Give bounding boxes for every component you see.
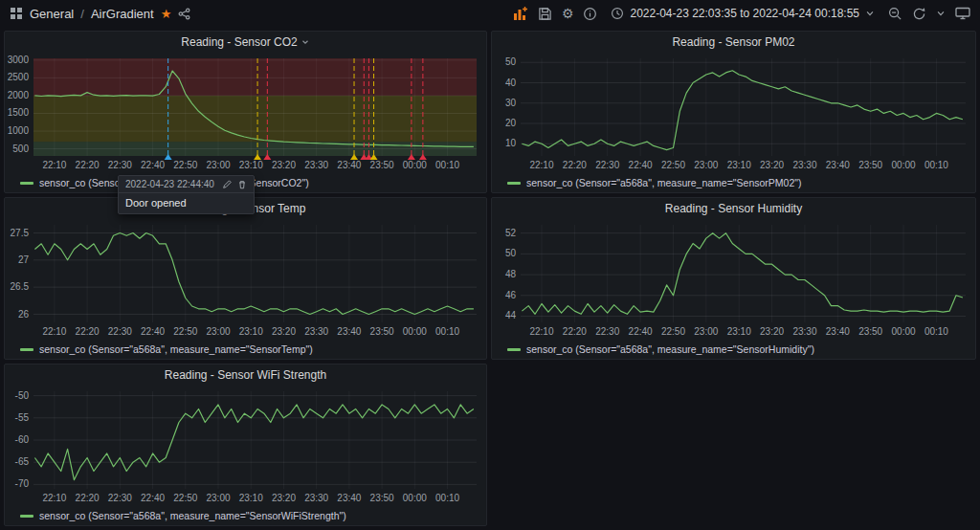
svg-text:22:20: 22:20 — [563, 160, 587, 170]
panel-temp: Reading - Sensor Temp 2626.52727.522:102… — [4, 197, 487, 360]
svg-text:23:40: 23:40 — [337, 160, 361, 170]
legend-pm02[interactable]: sensor_co (Sensor="a568a", measure_name=… — [492, 173, 975, 192]
svg-text:22:50: 22:50 — [661, 160, 685, 170]
annotation-delete-trash-icon[interactable] — [237, 180, 247, 189]
svg-text:00:00: 00:00 — [403, 493, 427, 503]
panel-title-humidity[interactable]: Reading - Sensor Humidity — [492, 198, 975, 219]
refresh-interval-chevron-icon[interactable] — [936, 9, 946, 18]
svg-text:-60: -60 — [15, 434, 30, 445]
refresh-icon[interactable] — [912, 7, 926, 21]
wifi-chart[interactable]: -70-65-60-55-5022:1022:2022:3022:4022:50… — [5, 386, 486, 506]
legend-humidity[interactable]: sensor_co (Sensor="a568a", measure_name=… — [492, 340, 975, 359]
svg-text:22:30: 22:30 — [595, 160, 619, 170]
svg-text:23:30: 23:30 — [792, 326, 816, 337]
svg-text:22:20: 22:20 — [76, 160, 100, 170]
svg-text:-50: -50 — [15, 390, 30, 401]
svg-text:00:10: 00:10 — [435, 493, 459, 503]
top-nav: General / AirGradient ★ ⚙ — [0, 0, 980, 27]
svg-text:-55: -55 — [15, 412, 30, 423]
panel-title-co2[interactable]: Reading - Sensor CO2 — [5, 32, 486, 53]
svg-text:23:40: 23:40 — [337, 326, 361, 337]
svg-text:23:10: 23:10 — [239, 493, 263, 503]
svg-text:23:50: 23:50 — [858, 326, 882, 337]
svg-text:22:40: 22:40 — [141, 160, 165, 170]
svg-text:00:10: 00:10 — [924, 160, 948, 170]
breadcrumb-separator: / — [80, 7, 84, 21]
svg-text:23:20: 23:20 — [760, 326, 784, 337]
svg-text:00:00: 00:00 — [892, 160, 916, 170]
svg-text:20: 20 — [505, 118, 517, 128]
time-range-picker[interactable]: 2022-04-23 22:03:35 to 2022-04-24 00:18:… — [607, 5, 879, 22]
legend-series-swatch — [20, 182, 33, 185]
svg-text:2500: 2500 — [8, 72, 30, 82]
svg-text:23:10: 23:10 — [239, 160, 263, 170]
svg-text:22:40: 22:40 — [141, 493, 165, 503]
legend-series-swatch — [507, 182, 521, 185]
pm02-chart[interactable]: 102030405022:1022:2022:3022:4022:5023:00… — [492, 53, 975, 173]
panel-title-wifi[interactable]: Reading - Sensor WiFi Strength — [5, 364, 486, 386]
legend-label: sensor_co (Sensor="a568a", measure_name=… — [526, 343, 814, 355]
legend-label: sensor_co (Sensor="a568a", measure_name=… — [526, 177, 801, 188]
svg-text:23:40: 23:40 — [826, 326, 850, 337]
dashboard-settings-gear-icon[interactable]: ⚙ — [562, 7, 574, 20]
empty-grid-cell — [491, 364, 976, 526]
svg-text:22:10: 22:10 — [529, 160, 553, 170]
svg-text:23:50: 23:50 — [370, 326, 394, 337]
svg-text:23:20: 23:20 — [272, 326, 296, 337]
temp-chart[interactable]: 2626.52727.522:1022:2022:3022:4022:5023:… — [5, 219, 486, 340]
apps-grid-icon[interactable] — [10, 7, 23, 20]
legend-wifi[interactable]: sensor_co (Sensor="a568a", measure_name=… — [5, 506, 486, 525]
info-circle-icon[interactable] — [583, 7, 597, 21]
svg-text:23:50: 23:50 — [370, 160, 394, 170]
panel-wifi-strength: Reading - Sensor WiFi Strength -70-65-60… — [4, 364, 487, 526]
svg-text:50: 50 — [505, 248, 517, 258]
svg-text:-70: -70 — [15, 478, 30, 489]
svg-text:-65: -65 — [15, 456, 30, 467]
svg-text:44: 44 — [505, 310, 517, 320]
clock-icon — [611, 7, 624, 20]
svg-text:22:10: 22:10 — [42, 160, 66, 170]
panel-title-text: Reading - Sensor PM02 — [672, 35, 794, 49]
svg-text:23:10: 23:10 — [727, 160, 751, 170]
kiosk-monitor-icon[interactable] — [955, 7, 970, 20]
annotation-edit-pencil-icon[interactable] — [222, 180, 232, 189]
add-panel-icon[interactable] — [513, 6, 528, 21]
zoom-out-icon[interactable] — [888, 7, 902, 21]
svg-text:23:50: 23:50 — [858, 160, 882, 170]
svg-text:22:20: 22:20 — [76, 493, 100, 503]
svg-text:22:50: 22:50 — [173, 160, 197, 170]
svg-text:23:20: 23:20 — [272, 160, 296, 170]
favorite-star-icon[interactable]: ★ — [161, 8, 172, 20]
svg-text:23:30: 23:30 — [304, 493, 328, 503]
co2-chart[interactable]: 5001000150020002500300022:1022:2022:3022… — [5, 53, 486, 173]
time-range-label: 2022-04-23 22:03:35 to 2022-04-24 00:18:… — [630, 7, 859, 20]
svg-text:2000: 2000 — [8, 90, 30, 100]
panel-title-pm02[interactable]: Reading - Sensor PM02 — [492, 32, 975, 53]
save-dashboard-icon[interactable] — [538, 7, 552, 21]
svg-text:500: 500 — [12, 144, 29, 154]
breadcrumb-folder[interactable]: General — [30, 7, 74, 21]
dashboard-title[interactable]: AirGradient — [91, 7, 154, 21]
svg-text:22:50: 22:50 — [173, 326, 197, 337]
share-icon[interactable] — [178, 8, 190, 20]
svg-text:00:10: 00:10 — [435, 326, 459, 337]
svg-text:48: 48 — [505, 269, 517, 279]
svg-text:23:00: 23:00 — [206, 160, 230, 170]
svg-text:22:10: 22:10 — [529, 326, 553, 337]
legend-series-swatch — [507, 348, 521, 351]
svg-text:22:30: 22:30 — [595, 326, 619, 337]
svg-text:23:30: 23:30 — [304, 160, 328, 170]
svg-text:22:20: 22:20 — [563, 326, 587, 337]
svg-text:00:00: 00:00 — [403, 160, 427, 170]
legend-series-swatch — [20, 348, 33, 351]
svg-text:23:10: 23:10 — [239, 326, 263, 337]
panel-title-text: Reading - Sensor Humidity — [665, 202, 802, 215]
svg-text:1500: 1500 — [8, 107, 30, 118]
humidity-chart[interactable]: 444648505222:1022:2022:3022:4022:5023:00… — [492, 219, 975, 340]
annotation-text: Door opened — [119, 193, 254, 213]
panel-pm02: Reading - Sensor PM02 102030405022:1022:… — [491, 31, 976, 193]
svg-text:52: 52 — [505, 228, 517, 238]
legend-temp[interactable]: sensor_co (Sensor="a568a", measure_name=… — [5, 340, 486, 359]
svg-text:23:50: 23:50 — [370, 493, 394, 503]
svg-text:23:40: 23:40 — [826, 160, 850, 170]
